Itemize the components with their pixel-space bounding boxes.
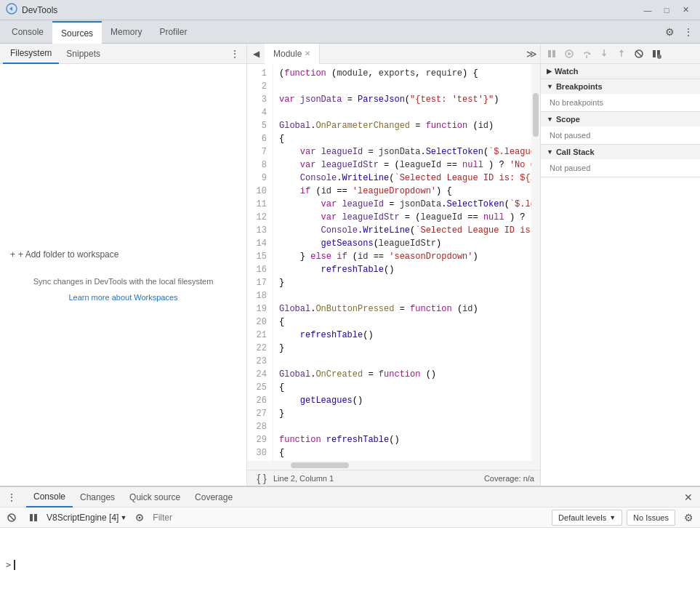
more-tabs-icon[interactable]: ≫ — [523, 44, 540, 64]
callstack-chevron-icon: ▼ — [547, 148, 553, 156]
code-content[interactable]: (function (module, exports, require) { v… — [273, 64, 531, 461]
left-panel-content: + + Add folder to workspace Sync changes… — [0, 64, 246, 486]
line-num-27: 27 — [253, 407, 267, 420]
tab-console[interactable]: Console — [3, 20, 52, 44]
tab-profiler[interactable]: Profiler — [150, 20, 196, 44]
inspect-toggle-button[interactable] — [131, 509, 148, 526]
callstack-content: Not paused — [541, 159, 700, 177]
add-folder-button[interactable]: + + Add folder to workspace — [6, 248, 241, 261]
editor-tab-label: Module — [273, 49, 302, 59]
svg-point-20 — [139, 516, 141, 518]
svg-rect-1 — [548, 50, 551, 57]
panel-more-icon[interactable]: ⋮ — [226, 45, 244, 63]
line-num-18: 18 — [253, 289, 267, 302]
title-bar-text: DevTools — [22, 5, 57, 15]
line-num-3: 3 — [253, 93, 267, 106]
scope-content: Not paused — [541, 127, 700, 144]
svg-line-16 — [9, 515, 14, 520]
line-num-26: 26 — [253, 394, 267, 407]
engine-chevron-icon: ▼ — [120, 514, 126, 521]
bottom-tab-icons: ⋮ — [3, 489, 20, 506]
add-folder-icon: + — [10, 249, 15, 260]
clear-console-button[interactable] — [3, 509, 20, 526]
svg-marker-9 — [619, 49, 624, 52]
line-num-10: 10 — [253, 185, 267, 198]
tab-console-bottom[interactable]: Console — [26, 487, 73, 507]
watch-section: ▶ Watch — [541, 64, 700, 79]
line-num-24: 24 — [253, 368, 267, 381]
deactivate-breakpoints-button[interactable] — [631, 46, 647, 62]
line-num-11: 11 — [253, 198, 267, 211]
tab-coverage[interactable]: Coverage — [188, 487, 240, 507]
svg-marker-7 — [602, 54, 606, 57]
tab-snippets[interactable]: Snippets — [59, 44, 108, 64]
breakpoints-label: Breakpoints — [556, 82, 603, 91]
debugger-toolbar — [541, 44, 700, 64]
devtools-body: Filesystem Snippets ⋮ + + Add folder to … — [0, 44, 700, 602]
title-bar: DevTools — □ ✕ — [0, 0, 700, 20]
title-bar-controls: — □ ✕ — [639, 4, 694, 17]
console-settings-icon[interactable]: ⚙ — [680, 509, 697, 526]
line-num-29: 29 — [253, 433, 267, 446]
horizontal-scrollbar[interactable] — [247, 461, 540, 470]
scrollbar-thumb[interactable] — [533, 93, 539, 137]
toggle-pause-icon[interactable] — [25, 509, 42, 526]
no-issues-button[interactable]: No Issues — [627, 510, 675, 526]
tab-sources[interactable]: Sources — [52, 21, 102, 44]
pretty-print-button[interactable]: { } — [253, 470, 270, 486]
horizontal-thumb[interactable] — [291, 462, 349, 468]
console-filter-input[interactable] — [153, 513, 547, 523]
pause-button[interactable] — [544, 46, 560, 62]
sync-message: Sync changes in DevTools with the local … — [33, 276, 214, 288]
learn-more-link[interactable]: Learn more about Workspaces — [68, 293, 177, 302]
step-out-button[interactable] — [613, 46, 629, 62]
bottom-tab-end: ✕ — [680, 489, 697, 506]
bottom-tabs: ⋮ Console Changes Quick source Coverage … — [0, 487, 700, 507]
close-bottom-panel-icon[interactable]: ✕ — [680, 489, 697, 506]
main-tabs: Console Sources Memory Profiler ⚙ ⋮ — [0, 20, 700, 44]
step-into-button[interactable] — [596, 46, 612, 62]
close-button[interactable]: ✕ — [677, 4, 694, 17]
line-num-20: 20 — [253, 316, 267, 329]
watch-header[interactable]: ▶ Watch — [541, 64, 700, 79]
more-options-icon[interactable]: ⋮ — [680, 23, 697, 41]
bottom-more-icon[interactable]: ⋮ — [3, 489, 20, 506]
editor-tab-module[interactable]: Module ✕ — [265, 44, 320, 64]
line-num-6: 6 — [253, 132, 267, 145]
line-num-16: 16 — [253, 263, 267, 276]
tab-filesystem[interactable]: Filesystem — [3, 44, 59, 64]
line-num-8: 8 — [253, 158, 267, 172]
breakpoints-header[interactable]: ▼ Breakpoints — [541, 79, 700, 94]
svg-line-11 — [636, 51, 642, 57]
default-levels-button[interactable]: Default levels ▼ — [552, 510, 622, 526]
line-num-1: 1 — [253, 67, 267, 80]
step-over-button[interactable] — [579, 46, 595, 62]
line-num-28: 28 — [253, 420, 267, 433]
engine-selector[interactable]: V8ScriptEngine [4] ▼ — [47, 513, 126, 523]
scope-header[interactable]: ▼ Scope — [541, 112, 700, 127]
line-num-30: 30 — [253, 446, 267, 459]
watch-label: Watch — [555, 67, 579, 76]
scope-chevron-icon: ▼ — [547, 116, 553, 123]
vertical-scrollbar[interactable] — [531, 64, 540, 461]
minimize-button[interactable]: — — [639, 4, 656, 17]
close-tab-icon[interactable]: ✕ — [305, 49, 310, 57]
tab-changes[interactable]: Changes — [73, 487, 122, 507]
pause-on-exceptions-button[interactable] — [648, 46, 664, 62]
console-toolbar: V8ScriptEngine [4] ▼ Default levels ▼ No… — [0, 507, 700, 528]
tab-quick-source[interactable]: Quick source — [122, 487, 188, 507]
maximize-button[interactable]: □ — [658, 4, 675, 17]
line-num-2: 2 — [253, 80, 267, 93]
console-cursor — [14, 560, 15, 570]
console-input-area[interactable]: > — [0, 528, 700, 602]
editor-nav-back-icon[interactable]: ◀ — [247, 44, 265, 64]
svg-point-14 — [657, 55, 661, 59]
line-num-4: 4 — [253, 106, 267, 119]
line-num-23: 23 — [253, 355, 267, 368]
callstack-header[interactable]: ▼ Call Stack — [541, 145, 700, 159]
tab-memory[interactable]: Memory — [102, 20, 150, 44]
coverage-status: Coverage: n/a — [484, 474, 534, 483]
svg-rect-12 — [653, 50, 656, 57]
settings-icon[interactable]: ⚙ — [661, 23, 678, 41]
resume-button[interactable] — [561, 46, 577, 62]
